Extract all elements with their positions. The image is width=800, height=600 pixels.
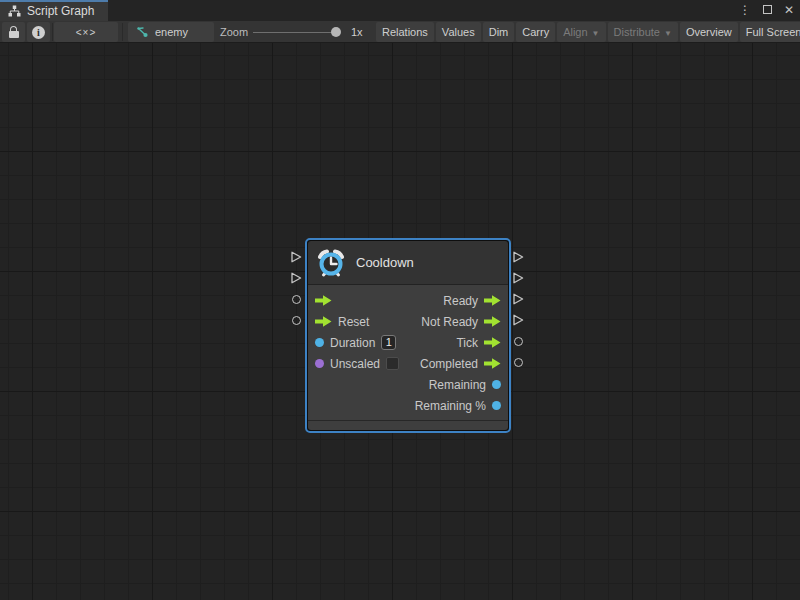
flow-port-arrow-icon (315, 316, 332, 327)
flow-port-triangle-icon (512, 293, 524, 305)
toolbar-button-label: Full Screen (746, 26, 800, 38)
flow-port-arrow-icon (484, 358, 501, 369)
external-right-port-remaining-%[interactable] (512, 356, 524, 368)
toolbar-button-label: Dim (489, 26, 509, 38)
toolbar-button-distribute[interactable]: Distribute▼ (608, 22, 678, 42)
port-row: UnscaledCompleted (308, 353, 508, 374)
zoom-label: Zoom (220, 21, 248, 43)
info-icon: i (32, 26, 45, 39)
output-port-tick[interactable]: Tick (456, 336, 501, 350)
chevron-down-icon: ▼ (664, 29, 672, 38)
input-port-duration[interactable]: Duration1 (315, 335, 396, 350)
code-view-button[interactable]: <×> (54, 22, 118, 42)
port-label: Tick (456, 336, 478, 350)
port-row: Ready (308, 290, 508, 311)
output-port-ready[interactable]: Ready (443, 294, 501, 308)
code-view-icon: <×> (76, 27, 97, 38)
toolbar-button-label: Values (442, 26, 475, 38)
port-row: ResetNot Ready (308, 311, 508, 332)
value-port-dot-icon (492, 380, 501, 389)
toolbar-button-label: Distribute (614, 26, 660, 38)
output-port-not-ready[interactable]: Not Ready (421, 315, 501, 329)
value-port-dot-icon (315, 359, 324, 368)
external-right-port-tick[interactable] (512, 293, 524, 305)
external-right-port-completed[interactable] (512, 314, 524, 326)
port-row: Duration1Tick (308, 332, 508, 353)
tab-bar: Script Graph ⋮ ✕ (0, 0, 800, 21)
external-left-port-reset[interactable] (290, 272, 302, 284)
breadcrumb[interactable]: enemy (128, 22, 214, 42)
output-port-remaining[interactable]: Remaining (429, 378, 501, 392)
toolbar-button-label: Carry (522, 26, 549, 38)
toolbar-button-full-screen[interactable]: Full Screen (740, 22, 800, 42)
external-right-port-remaining[interactable] (512, 335, 524, 347)
value-port-circle-icon (292, 295, 301, 304)
graph-asset-icon (136, 26, 149, 39)
node-header[interactable]: Cooldown (308, 241, 508, 285)
toolbar-button-relations[interactable]: Relations (376, 22, 434, 42)
flow-port-triangle-icon (290, 251, 302, 263)
duration-value-field[interactable]: 1 (381, 335, 396, 350)
output-port-remaining-%[interactable]: Remaining % (415, 399, 501, 413)
port-label: Unscaled (330, 357, 380, 371)
maximize-box (763, 5, 772, 14)
flow-port-arrow-icon (315, 295, 332, 306)
port-row: Remaining % (308, 395, 508, 416)
toolbar-button-overview[interactable]: Overview (680, 22, 738, 42)
port-label: Duration (330, 336, 375, 350)
flow-port-arrow-icon (484, 316, 501, 327)
external-left-port-duration[interactable] (290, 293, 302, 305)
zoom-slider-handle[interactable] (331, 27, 341, 37)
external-left-port-flow[interactable] (290, 251, 302, 263)
toolbar-separator (122, 23, 123, 41)
tab-label: Script Graph (27, 4, 94, 18)
input-port-reset[interactable]: Reset (315, 315, 369, 329)
window-menu-icon[interactable]: ⋮ (738, 0, 752, 21)
flow-port-triangle-icon (512, 314, 524, 326)
flow-port-triangle-icon (512, 251, 524, 263)
external-right-port-ready[interactable] (512, 251, 524, 263)
alarm-clock-icon (316, 248, 346, 278)
zoom-slider-track[interactable] (253, 32, 335, 33)
info-button[interactable]: i (27, 22, 50, 42)
node-body: ReadyResetNot ReadyDuration1TickUnscaled… (308, 285, 508, 420)
node-title: Cooldown (356, 255, 414, 270)
node-inner: Cooldown ReadyResetNot ReadyDuration1Tic… (308, 241, 508, 430)
toolbar-button-dim[interactable]: Dim (483, 22, 515, 42)
port-label: Remaining (429, 378, 486, 392)
value-port-circle-icon (292, 316, 301, 325)
input-port-unscaled[interactable]: Unscaled (315, 357, 399, 371)
maximize-icon[interactable] (760, 0, 774, 21)
zoom-slider[interactable] (253, 21, 343, 43)
node-cooldown[interactable]: Cooldown ReadyResetNot ReadyDuration1Tic… (305, 238, 511, 433)
window-controls: ⋮ ✕ (738, 0, 796, 21)
input-port-enter[interactable] (315, 295, 332, 306)
toolbar-button-align[interactable]: Align▼ (557, 22, 605, 42)
toolbar-button-label: Overview (686, 26, 732, 38)
flow-port-triangle-icon (290, 272, 302, 284)
graph-toolbar: i <×> enemy Zoom 1x RelationsValuesDimCa… (0, 21, 800, 43)
close-icon[interactable]: ✕ (782, 0, 796, 21)
flow-port-triangle-icon (512, 272, 524, 284)
toolbar-button-values[interactable]: Values (436, 22, 481, 42)
port-label: Reset (338, 315, 369, 329)
value-port-circle-icon (514, 337, 523, 346)
toolbar-button-label: Align (563, 26, 587, 38)
toolbar-button-carry[interactable]: Carry (516, 22, 555, 42)
lock-icon (9, 26, 19, 38)
tab-script-graph[interactable]: Script Graph (0, 0, 108, 21)
toolbar-separator (52, 23, 53, 41)
breadcrumb-label: enemy (155, 26, 188, 38)
unscaled-checkbox[interactable] (386, 357, 399, 370)
output-port-completed[interactable]: Completed (420, 357, 501, 371)
port-label: Ready (443, 294, 478, 308)
value-port-circle-icon (514, 358, 523, 367)
external-left-port-unscaled[interactable] (290, 314, 302, 326)
zoom-value: 1x (351, 21, 363, 43)
port-label: Completed (420, 357, 478, 371)
chevron-down-icon: ▼ (592, 29, 600, 38)
external-right-port-not-ready[interactable] (512, 272, 524, 284)
graph-canvas[interactable]: Cooldown ReadyResetNot ReadyDuration1Tic… (0, 43, 800, 600)
lock-button[interactable] (2, 22, 25, 42)
port-label: Not Ready (421, 315, 478, 329)
